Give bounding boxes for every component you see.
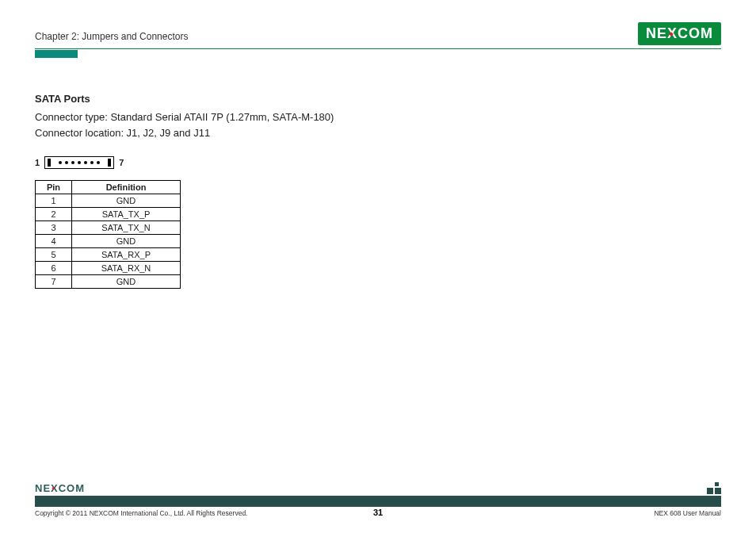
logo-bottom: NEXCOM <box>35 482 85 494</box>
footer-squares-icon <box>707 482 721 494</box>
page-header: Chapter 2: Jumpers and Connectors NEXCOM <box>35 22 721 45</box>
cell-def: SATA_TX_N <box>72 221 181 235</box>
logo-top: NEXCOM <box>638 22 721 45</box>
cell-pin: 6 <box>36 262 72 275</box>
page-number: 31 <box>373 508 383 517</box>
content-area: SATA Ports Connector type: Standard Seri… <box>35 58 721 482</box>
connector-figure: 1 7 <box>35 156 721 169</box>
header-rule <box>35 48 721 49</box>
table-row: 7GND <box>36 275 181 289</box>
section-title: SATA Ports <box>35 93 721 105</box>
manual-name: NEX 608 User Manual <box>654 509 721 517</box>
cell-pin: 7 <box>36 275 72 289</box>
table-row: 3SATA_TX_N <box>36 221 181 235</box>
pin-dot <box>78 161 81 164</box>
cell-def: SATA_RX_N <box>72 262 181 275</box>
page-footer: NEXCOM Copyright © 2011 NEXCOM Internati… <box>35 482 721 517</box>
cell-pin: 1 <box>36 194 72 208</box>
cell-pin: 5 <box>36 248 72 262</box>
figure-pin-left: 1 <box>35 158 40 167</box>
cell-def: SATA_RX_P <box>72 248 181 262</box>
header-accent-block <box>35 50 78 58</box>
connector-outline <box>44 156 114 169</box>
table-row: 1GND <box>36 194 181 208</box>
cell-pin: 4 <box>36 235 72 248</box>
figure-pin-right: 7 <box>119 158 124 167</box>
chapter-label: Chapter 2: Jumpers and Connectors <box>35 31 188 45</box>
table-header-definition: Definition <box>72 181 181 194</box>
cell-def: GND <box>72 235 181 248</box>
footer-bar <box>35 496 721 507</box>
connector-type-line: Connector type: Standard Serial ATAII 7P… <box>35 109 721 125</box>
cell-def: GND <box>72 194 181 208</box>
pin-dot <box>84 161 87 164</box>
pin-dot <box>90 161 94 164</box>
connector-location-line: Connector location: J1, J2, J9 and J11 <box>35 125 721 141</box>
cell-def: SATA_TX_P <box>72 208 181 221</box>
table-row: 2SATA_TX_P <box>36 208 181 221</box>
table-header-pin: Pin <box>36 181 72 194</box>
cell-pin: 3 <box>36 221 72 235</box>
cell-def: GND <box>72 275 181 289</box>
pin-dot <box>65 161 68 164</box>
pin-dot <box>97 161 100 164</box>
pin-dot <box>71 161 74 164</box>
table-row: 5SATA_RX_P <box>36 248 181 262</box>
copyright-text: Copyright © 2011 NEXCOM International Co… <box>35 509 247 517</box>
pin-definition-table: Pin Definition 1GND 2SATA_TX_P 3SATA_TX_… <box>35 180 181 289</box>
table-row: 6SATA_RX_N <box>36 262 181 275</box>
table-row: 4GND <box>36 235 181 248</box>
cell-pin: 2 <box>36 208 72 221</box>
pin-dot <box>59 161 62 164</box>
